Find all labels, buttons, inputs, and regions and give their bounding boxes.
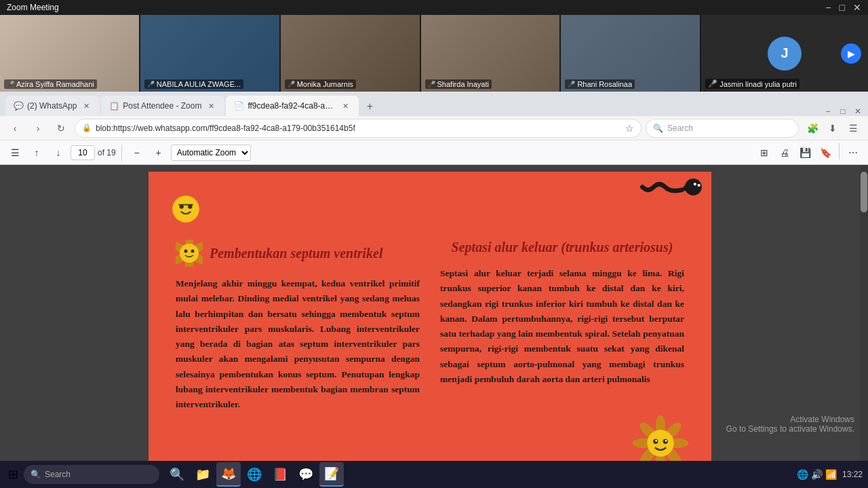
menu-button[interactable]: ☰	[844, 119, 863, 138]
pdf-save-button[interactable]: 💾	[795, 143, 814, 162]
browser-window: 💬 (2) WhatsApp ✕ 📋 Post Attendee - Zoom …	[0, 92, 868, 488]
tab-pdf[interactable]: 📄 ff9cdea8-fa92-4ca8-a179-00b3516f4... ✕	[226, 96, 359, 116]
pdf-scroll-thumb[interactable]	[861, 172, 867, 212]
pdf-separator-1	[121, 145, 122, 161]
pdf-more-button[interactable]: ⋯	[844, 143, 863, 162]
taskbar-app-firefox[interactable]: 🦊	[216, 462, 241, 487]
tab-whatsapp-label: (2) WhatsApp	[27, 101, 77, 111]
tab-zoom-favicon: 📋	[109, 101, 119, 111]
pdf-separator-2	[839, 143, 840, 159]
snake-top-right-decoration	[637, 175, 705, 216]
taskbar-language-icon: 🌐	[797, 469, 808, 480]
app-title: Zoom Meeting	[7, 3, 59, 12]
pdf-print-button[interactable]: 🖨	[775, 143, 794, 162]
featured-play-button[interactable]: ▶	[841, 43, 861, 64]
taskbar-app-adobe[interactable]: 📕	[268, 462, 292, 487]
pdf-sidebar-toggle[interactable]: ☰	[5, 143, 24, 162]
window-controls: − □ ✕	[825, 2, 861, 13]
taskbar-search-icon: 🔍	[31, 470, 41, 479]
svg-point-33	[647, 430, 674, 457]
pdf-scroll-area[interactable]: Pembentukan septum ventrikel Menjelang a…	[0, 165, 860, 488]
taskbar-app-browser[interactable]: 🌐	[242, 462, 267, 487]
close-button[interactable]: ✕	[853, 2, 861, 13]
tab-whatsapp[interactable]: 💬 (2) WhatsApp ✕	[5, 96, 100, 116]
pdf-slide: Pembentukan septum ventrikel Menjelang a…	[149, 172, 711, 481]
taskbar-app-search[interactable]: 🔍	[165, 462, 189, 487]
pdf-zoom-select[interactable]: Automatic Zoom	[171, 145, 251, 161]
svg-point-14	[694, 183, 696, 185]
pdf-present-button[interactable]: ⊞	[755, 143, 774, 162]
participant-1[interactable]: Azira Syiffa Ramadhani	[0, 15, 139, 92]
participant-2-name: NABILA AULIA ZWAGE...	[144, 79, 243, 89]
participants-strip: Azira Syiffa Ramadhani NABILA AULIA ZWAG…	[0, 15, 868, 92]
sun-top-left-decoration	[155, 179, 216, 240]
tab-whatsapp-close[interactable]: ✕	[81, 100, 92, 111]
taskbar-app-file-explorer[interactable]: 📁	[191, 462, 215, 487]
browser-minimize[interactable]: −	[823, 107, 833, 116]
download-button[interactable]: ⬇	[823, 119, 842, 138]
featured-mic-icon: 🎤	[708, 79, 717, 88]
pdf-toolbar: ☰ ↑ ↓ of 19 − + Automatic Zoom ⊞ 🖨 💾 🔖 ⋯	[0, 140, 868, 165]
taskbar: ⊞ 🔍 Search 🔍 📁 🦊 🌐 📕 💬 📝 🌐 🔊 📶 13:22	[0, 461, 868, 488]
tab-zoom-close[interactable]: ✕	[205, 100, 216, 111]
featured-participant[interactable]: J 🎤 Jasmin linadi yulia putri ▶	[701, 15, 868, 92]
pdf-scrollbar[interactable]	[860, 165, 868, 488]
left-column-title: Pembentukan septum ventrikel	[210, 246, 383, 261]
svg-point-13	[683, 185, 692, 191]
participant-5[interactable]: Rhani Rosalinaa	[561, 15, 700, 92]
participant-2[interactable]: NABILA AULIA ZWAGE...	[140, 15, 279, 92]
start-button[interactable]: ⊞	[5, 464, 21, 485]
taskbar-right: 🌐 🔊 📶 13:22	[797, 469, 863, 480]
tab-zoom-label: Post Attendee - Zoom	[123, 101, 201, 111]
svg-point-8	[172, 195, 199, 223]
featured-avatar: J	[768, 37, 802, 71]
svg-point-36	[655, 440, 657, 442]
left-title-icon	[176, 240, 203, 267]
search-bar[interactable]: 🔍 Search	[646, 119, 799, 138]
taskbar-system-icons: 🌐 🔊 📶	[797, 469, 837, 480]
browser-window-controls: − □ ✕	[823, 107, 863, 116]
taskbar-volume-icon[interactable]: 🔊	[811, 469, 823, 480]
address-bar[interactable]: 🔒 blob:https://web.whatsapp.com/ff9cdea8…	[75, 119, 642, 138]
bookmark-icon[interactable]: ☆	[625, 123, 634, 134]
minimize-button[interactable]: −	[825, 2, 831, 13]
taskbar-apps: 🔍 📁 🦊 🌐 📕 💬 📝	[165, 462, 344, 487]
tab-pdf-label: ff9cdea8-fa92-4ca8-a179-00b3516f4...	[248, 101, 336, 111]
taskbar-app-messaging[interactable]: 💬	[294, 462, 318, 487]
taskbar-search[interactable]: 🔍 Search	[24, 465, 159, 484]
svg-rect-11	[178, 204, 193, 206]
title-bar: Zoom Meeting − □ ✕	[0, 0, 868, 15]
tab-whatsapp-favicon: 💬	[14, 101, 23, 111]
taskbar-app-word[interactable]: 📝	[319, 462, 344, 487]
pdf-page-input[interactable]	[71, 145, 95, 160]
browser-close[interactable]: ✕	[853, 107, 863, 116]
participant-3[interactable]: Monika Jumarnis	[281, 15, 420, 92]
pdf-content-area[interactable]: Pembentukan septum ventrikel Menjelang a…	[0, 165, 868, 488]
pdf-zoom-in[interactable]: +	[149, 143, 168, 162]
new-tab-button[interactable]: +	[360, 97, 379, 116]
taskbar-search-label: Search	[45, 470, 71, 479]
svg-point-22	[180, 244, 199, 263]
pdf-bookmark-button[interactable]: 🔖	[816, 143, 835, 162]
maximize-button[interactable]: □	[840, 2, 845, 13]
pdf-prev-page[interactable]: ↑	[27, 143, 46, 162]
pdf-zoom-out[interactable]: −	[127, 143, 146, 162]
tab-pdf-favicon: 📄	[234, 101, 243, 111]
browser-maximize[interactable]: □	[838, 107, 848, 116]
participant-4[interactable]: Shafirda Inayati	[421, 15, 560, 92]
tab-pdf-close[interactable]: ✕	[340, 100, 351, 111]
svg-point-37	[665, 440, 667, 442]
right-column-title: Septasi alur keluar (trunkus arteriosus)	[440, 240, 684, 255]
forward-button[interactable]: ›	[28, 119, 47, 138]
left-column-body: Menjelang akhir minggu keempat, kedua ve…	[176, 276, 420, 412]
taskbar-time: 13:22	[842, 470, 863, 479]
svg-point-15	[698, 184, 701, 187]
refresh-button[interactable]: ↻	[52, 119, 71, 138]
back-button[interactable]: ‹	[5, 119, 24, 138]
tab-zoom[interactable]: 📋 Post Attendee - Zoom ✕	[101, 96, 224, 116]
extensions-button[interactable]: 🧩	[803, 119, 822, 138]
browser-controls-bar: ‹ › ↻ 🔒 blob:https://web.whatsapp.com/ff…	[0, 116, 868, 140]
taskbar-network-icon[interactable]: 📶	[825, 469, 837, 480]
pdf-next-page[interactable]: ↓	[49, 143, 68, 162]
taskbar-clock: 13:22	[842, 470, 863, 479]
